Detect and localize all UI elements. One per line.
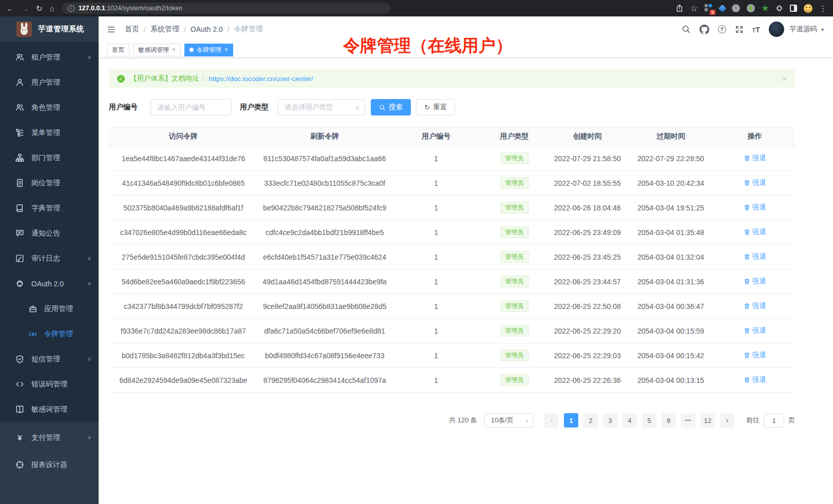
app-logo-row[interactable]: 芋道管理系统	[0, 16, 99, 42]
sidebar-item-label: 令牌管理	[44, 329, 73, 339]
user-type-badge: 管理员	[500, 251, 529, 262]
bookmark-star-icon[interactable]: ☆	[690, 4, 698, 13]
font-size-icon[interactable]: TT	[752, 26, 760, 33]
tab-home[interactable]: 首页	[107, 44, 129, 56]
force-logout-button[interactable]: 强退	[744, 375, 766, 384]
sidebar-item-report-designer[interactable]: 报表设计器	[0, 451, 99, 478]
breadcrumb: 首页 / 系统管理 / OAuth 2.0 / 令牌管理	[125, 25, 263, 34]
sidebar-item-payment-management[interactable]: ¥ 支付管理 ∨	[0, 424, 99, 451]
tab-token-management[interactable]: 令牌管理 ×	[184, 44, 233, 56]
sidebar-item-label: 错误码管理	[31, 380, 67, 389]
sidebar-item-token-management[interactable]: 令牌管理	[0, 321, 99, 346]
access-token-cell: 54d6be82ee5a460a9aedc1f9bf223656	[109, 269, 258, 294]
search-icon[interactable]	[681, 25, 691, 34]
page-button-5[interactable]: 5	[642, 413, 656, 428]
search-button[interactable]: 搜索	[371, 99, 411, 115]
avatar[interactable]	[769, 22, 784, 37]
user-id-input[interactable]	[150, 99, 232, 115]
sidebar-item-label: 支付管理	[31, 433, 60, 442]
breadcrumb-home[interactable]: 首页	[125, 25, 139, 34]
diamond-extension-icon[interactable]	[718, 4, 727, 12]
address-bar[interactable]: i 127.0.0.1:1024/system/oauth2/token	[62, 3, 390, 14]
force-logout-button[interactable]: 强退	[744, 227, 766, 237]
home-icon[interactable]: ⌂	[50, 5, 54, 12]
sidebar-collapse-icon[interactable]	[107, 25, 116, 34]
profile-emoji-icon[interactable]	[804, 4, 812, 13]
breadcrumb-system[interactable]: 系统管理	[150, 25, 179, 34]
breadcrumb-oauth[interactable]: OAuth 2.0	[191, 25, 223, 33]
force-logout-button[interactable]: 强退	[744, 351, 766, 360]
force-logout-button[interactable]: 强退	[744, 252, 766, 261]
sidebar-item-sensitive-word-management[interactable]: 敏感词管理	[0, 397, 99, 422]
user-type-badge: 管理员	[500, 325, 529, 336]
sidebar-item-dict-management[interactable]: 字典管理	[0, 196, 99, 221]
sidebar-item-dept-management[interactable]: 部门管理	[0, 145, 99, 170]
sidebar-item-audit-log[interactable]: 审计日志 ∨	[0, 246, 99, 271]
sidebar-item-role-management[interactable]: 角色管理	[0, 95, 99, 120]
user-menu-caret-icon[interactable]: ▾	[821, 27, 824, 32]
extensions-grid-icon[interactable]: 9	[705, 4, 713, 12]
tab-split-icon[interactable]	[790, 5, 797, 12]
page-button-4[interactable]: 4	[622, 413, 637, 428]
close-icon[interactable]: ×	[224, 46, 228, 53]
more-pages-button[interactable]: •••	[681, 413, 695, 428]
username[interactable]: 芋道源码	[789, 25, 817, 34]
access-token-cell: c347026e805e4d99b0d116eae66eda8c	[109, 220, 258, 245]
expires-cell: 2054-03-04 00:36:47	[627, 294, 715, 319]
github-icon[interactable]	[699, 25, 709, 34]
top-navbar: 首页 / 系统管理 / OAuth 2.0 / 令牌管理 ?	[99, 16, 833, 42]
fullscreen-icon[interactable]	[735, 25, 744, 34]
sidebar-item-error-code-management[interactable]: 错误码管理	[0, 372, 99, 397]
page-size-select[interactable]: 10条/页 ∨	[484, 413, 534, 428]
browser-menu-icon[interactable]: ⋮	[819, 5, 827, 12]
close-icon[interactable]: ×	[782, 74, 787, 83]
prev-page-button[interactable]: ‹	[544, 413, 559, 428]
back-icon[interactable]: ←	[6, 5, 14, 12]
sidebar-item-user-management[interactable]: 用户管理	[0, 70, 99, 95]
page-button-1[interactable]: 1	[564, 413, 578, 428]
reload-icon[interactable]: ↻	[36, 5, 43, 12]
forward-icon[interactable]: →	[21, 5, 29, 12]
sidebar-item-post-management[interactable]: 岗位管理	[0, 170, 99, 196]
doc-link[interactable]: https://doc.iocoder.cn/user-center/	[209, 75, 313, 83]
sidebar-item-tenant-management[interactable]: 租户管理 ∨	[0, 45, 99, 70]
force-logout-button[interactable]: 强退	[744, 277, 766, 286]
help-icon[interactable]: ?	[718, 25, 726, 33]
sidebar-item-notice-announcement[interactable]: 通知公告	[0, 221, 99, 246]
page-button-6[interactable]: 6	[661, 413, 676, 428]
sidebar-item-app-management[interactable]: 应用管理	[0, 296, 99, 321]
share-icon[interactable]	[675, 4, 684, 12]
puzzle-extension-icon[interactable]	[775, 5, 783, 12]
goto-page-input[interactable]	[764, 414, 784, 428]
page-button-3[interactable]: 3	[603, 413, 617, 428]
command-extension-icon[interactable]	[732, 4, 740, 12]
force-logout-button[interactable]: 强退	[744, 153, 766, 163]
user-type-select[interactable]: 请选择用户类型 ∨	[278, 99, 365, 115]
search-icon	[379, 104, 386, 111]
sidebar-item-oauth2[interactable]: OAuth 2.0 ∧	[0, 271, 99, 296]
expires-cell: 2054-03-04 00:15:42	[627, 343, 715, 368]
page-button-12[interactable]: 12	[701, 413, 715, 428]
actions-cell: 强退	[715, 171, 795, 196]
force-logout-button[interactable]: 强退	[744, 178, 766, 187]
force-logout-button[interactable]: 强退	[744, 326, 766, 335]
close-icon[interactable]: ×	[172, 46, 176, 53]
reset-button[interactable]: ↻ 重置	[416, 99, 455, 115]
site-info-icon[interactable]: i	[68, 5, 74, 12]
sidebar-item-menu-management[interactable]: 菜单管理	[0, 120, 99, 145]
tab-sensitive-words[interactable]: 敏感词管理 ×	[133, 44, 181, 56]
trash-icon	[744, 155, 750, 162]
page-button-2[interactable]: 2	[583, 413, 598, 428]
sidebar-item-sms-management[interactable]: 短信管理 ∨	[0, 346, 99, 372]
audit-log-icon	[15, 254, 24, 263]
force-logout-button[interactable]: 强退	[744, 203, 766, 212]
green-star-extension-icon[interactable]	[762, 5, 769, 12]
expires-cell: 2054-03-04 01:31:36	[627, 269, 715, 294]
roles-icon	[15, 103, 24, 112]
code-icon	[15, 380, 24, 389]
sidebar-item-label: 部门管理	[31, 153, 60, 163]
next-page-button[interactable]: ›	[720, 413, 734, 428]
force-logout-button[interactable]: 强退	[744, 301, 766, 311]
green-dot-extension-icon[interactable]	[747, 4, 755, 12]
col-actions: 操作	[715, 127, 795, 146]
